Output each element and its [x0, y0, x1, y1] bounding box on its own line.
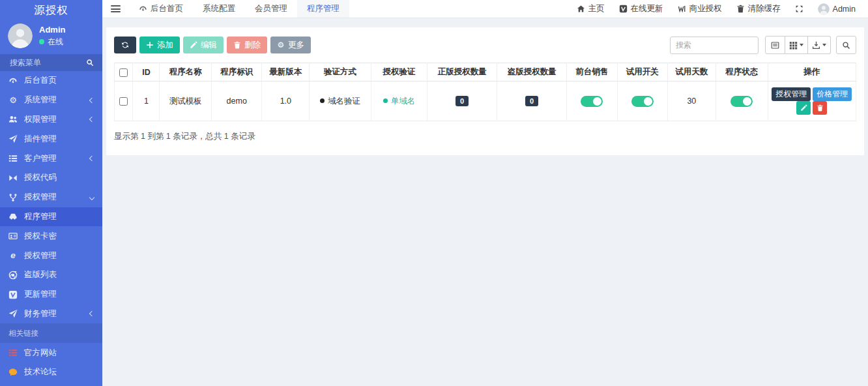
- cell-pirated-count: 0: [497, 82, 567, 121]
- search-icon: [842, 41, 850, 50]
- export-button[interactable]: [808, 36, 831, 54]
- search-button[interactable]: [836, 36, 856, 54]
- sidebar-item-label: 程序管理: [24, 211, 57, 222]
- navbar-link-label: 在线更新: [631, 3, 663, 14]
- program-status-toggle[interactable]: [731, 96, 753, 107]
- sidebar-item-auth-card[interactable]: 授权卡密: [0, 226, 102, 246]
- vimeo-icon: [8, 290, 18, 299]
- sidebar-item-system[interactable]: ⚙系统管理: [0, 91, 102, 110]
- trash-icon: [736, 5, 745, 13]
- dashboard-icon: [8, 76, 18, 85]
- table-search-input[interactable]: [670, 37, 759, 54]
- navbar-link-commercial-auth[interactable]: 商业授权: [671, 0, 729, 18]
- column-header[interactable]: 正版授权数量: [427, 63, 497, 82]
- pencil-icon: [800, 104, 807, 111]
- top-tabs: 后台首页系统配置会员管理程序管理: [129, 0, 349, 18]
- edit-button[interactable]: 编辑: [183, 37, 224, 53]
- sidebar-toggle-button[interactable]: [102, 0, 129, 18]
- column-header[interactable]: 验证方式: [310, 63, 371, 82]
- online-dot-icon: [39, 39, 44, 44]
- navbar-link-label: Admin: [833, 5, 856, 14]
- cell-auth-verify: 单域名: [371, 82, 427, 121]
- row-action-delete[interactable]: [813, 101, 827, 115]
- refresh-button[interactable]: [114, 37, 136, 53]
- select-all-checkbox[interactable]: [119, 68, 128, 77]
- row-action-auth-manage[interactable]: 授权管理: [772, 87, 811, 101]
- sidebar-item-plugin[interactable]: 插件管理: [0, 129, 102, 149]
- column-header[interactable]: 最新版本: [262, 63, 310, 82]
- cell-trial-days: 30: [667, 82, 716, 121]
- row-action-edit[interactable]: [796, 101, 811, 115]
- delete-button[interactable]: 删除: [227, 37, 267, 53]
- column-header[interactable]: ID: [133, 63, 160, 82]
- tab-program-manage[interactable]: 程序管理: [297, 0, 349, 18]
- add-button[interactable]: 添加: [139, 37, 180, 53]
- sidebar-item-customer[interactable]: 客户管理: [0, 149, 102, 168]
- car-icon: [8, 212, 18, 221]
- column-header[interactable]: 操作: [768, 63, 856, 82]
- green-dot-icon: [383, 98, 388, 103]
- sidebar-item-label: 更新管理: [24, 289, 57, 300]
- users-icon: [8, 115, 18, 124]
- navbar-link-online-update[interactable]: 在线更新: [612, 0, 671, 18]
- user-name: Admin: [39, 25, 65, 35]
- sidebar-item-permission[interactable]: 权限管理: [0, 110, 102, 130]
- sidebar-item-label: 技术论坛: [24, 366, 57, 378]
- navbar-right: 主页在线更新商业授权清除缓存Admin: [570, 0, 868, 18]
- hamburger-icon: [111, 5, 121, 12]
- tab-system-config[interactable]: 系统配置: [193, 0, 245, 18]
- column-header[interactable]: 前台销售: [567, 63, 617, 82]
- navbar-link-home[interactable]: 主页: [570, 0, 612, 18]
- sidebar-item-label: 权限管理: [24, 114, 57, 125]
- sidebar-search-input[interactable]: [8, 57, 86, 68]
- sidebar-item-auth-manage-sub[interactable]: e授权管理: [0, 246, 102, 265]
- count-badge[interactable]: 0: [525, 96, 538, 106]
- sidebar-search: [0, 54, 102, 71]
- front-sale-toggle[interactable]: [581, 96, 603, 107]
- gears-icon: ⚙: [8, 96, 18, 105]
- navbar-link-user[interactable]: Admin: [811, 0, 863, 18]
- table-header-row: ID程序名称程序标识最新版本验证方式授权验证正版授权数量盗版授权数量前台销售试用…: [115, 63, 856, 82]
- navbar-link-fullscreen[interactable]: [788, 0, 811, 18]
- column-header[interactable]: 程序标识: [212, 63, 262, 82]
- trial-switch-toggle[interactable]: [631, 96, 654, 107]
- tab-member-manage[interactable]: 会员管理: [245, 0, 297, 18]
- column-header[interactable]: 试用开关: [617, 63, 667, 82]
- count-badge[interactable]: 0: [456, 96, 469, 106]
- sidebar-item-update-manage[interactable]: 更新管理: [0, 285, 102, 304]
- sidebar-item-pirate-list[interactable]: 盗版列表: [0, 265, 102, 285]
- button-label: 更多: [288, 40, 304, 51]
- table-card: 添加编辑删除⚙更多 ID程序名称程序标识最新版本验证方式授权验证正版授权数量盗版…: [106, 27, 864, 155]
- column-header[interactable]: 授权验证: [371, 63, 427, 82]
- sidebar-item-finance[interactable]: 财务管理: [0, 304, 102, 324]
- column-header[interactable]: 盗版授权数量: [497, 63, 567, 82]
- paging-button[interactable]: [765, 36, 785, 54]
- cell-checkbox: [115, 82, 133, 121]
- sidebar-item-tech-forum[interactable]: 技术论坛: [0, 363, 102, 382]
- toolbar-buttons: 添加编辑删除⚙更多: [114, 37, 314, 53]
- code-icon: [8, 173, 18, 183]
- sidebar-item-program-manage[interactable]: 程序管理: [0, 207, 102, 227]
- column-header[interactable]: 程序状态: [716, 63, 768, 82]
- sidebar-item-dashboard[interactable]: 后台首页: [0, 71, 102, 91]
- row-checkbox[interactable]: [119, 97, 128, 106]
- sidebar-item-official-site[interactable]: 官方网站: [0, 343, 102, 363]
- trash-icon: [817, 104, 824, 111]
- cell-program-name: 测试模板: [160, 82, 212, 121]
- tab-label: 系统配置: [203, 3, 235, 14]
- sidebar-item-auth-code[interactable]: 授权代码: [0, 168, 102, 188]
- columns-button[interactable]: [785, 36, 808, 54]
- column-header[interactable]: 试用天数: [667, 63, 716, 82]
- tab-dashboard[interactable]: 后台首页: [129, 0, 193, 18]
- paper-plane-icon: [8, 134, 18, 143]
- row-action-price-manage[interactable]: 价格管理: [813, 87, 852, 101]
- sidebar-item-auth-manage[interactable]: 授权管理: [0, 188, 102, 207]
- column-header[interactable]: 程序名称: [160, 63, 212, 82]
- chevron-down-icon: [89, 194, 94, 200]
- paper-plane-icon: [8, 309, 18, 318]
- columns-icon: [789, 41, 798, 50]
- navbar-link-clear-cache[interactable]: 清除缓存: [729, 0, 788, 18]
- cell-verify-method: 域名验证: [310, 82, 371, 121]
- chevron-left-icon: [89, 97, 94, 102]
- more-button[interactable]: ⚙更多: [270, 37, 311, 53]
